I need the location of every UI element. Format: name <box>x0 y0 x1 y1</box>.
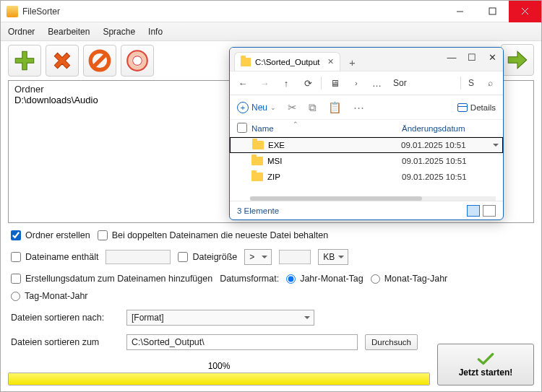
menu-info[interactable]: Info <box>148 27 163 37</box>
titlebar: FileSorter <box>1 1 541 22</box>
filesize-op-select[interactable]: > <box>244 249 272 265</box>
svg-rect-1 <box>489 8 496 14</box>
explorer-file-list[interactable]: EXE09.01.2025 10:51MSI09.01.2025 10:51ZI… <box>230 137 503 195</box>
folder-icon <box>241 58 251 66</box>
new-tab-button[interactable]: + <box>343 53 362 71</box>
copy-icon[interactable]: ⧉ <box>309 101 317 114</box>
window-title: FileSorter <box>22 6 444 17</box>
up-icon[interactable]: ↑ <box>280 77 292 89</box>
breadcrumb[interactable]: Sor <box>393 78 407 88</box>
svg-point-7 <box>133 56 142 66</box>
explorer-columns: Name⌃ Änderungsdatum <box>230 120 503 137</box>
folder-icon <box>252 141 264 149</box>
table-row[interactable]: ZIP09.01.2025 10:51 <box>230 169 503 185</box>
explorer-window[interactable]: — ☐ ✕ C:\Sorted_Output ✕ + ← → ↑ ⟳ 🖥 › …… <box>229 47 504 220</box>
file-date: 09.01.2025 10:51 <box>402 173 496 181</box>
more-icon[interactable]: ⋯ <box>353 101 364 114</box>
paste-icon[interactable]: 📋 <box>328 101 342 114</box>
column-name[interactable]: Name⌃ <box>251 124 402 133</box>
select-all-checkbox[interactable] <box>237 123 247 133</box>
sort-by-label: Dateien sortieren nach: <box>11 313 119 323</box>
new-button[interactable]: +Neu⌄ <box>237 102 276 113</box>
filesize-checkbox[interactable]: Dateigröße <box>178 252 237 262</box>
explorer-close-icon[interactable]: ✕ <box>486 52 499 63</box>
maximize-button[interactable] <box>476 1 509 22</box>
progress-bar <box>8 373 430 386</box>
sort-by-select[interactable]: [Format] <box>126 310 314 326</box>
details-toggle[interactable]: Details <box>457 103 496 112</box>
folder-icon <box>251 173 263 181</box>
app-icon <box>7 6 18 17</box>
table-row[interactable]: MSI09.01.2025 10:51 <box>230 153 503 169</box>
clear-button[interactable] <box>83 45 116 77</box>
explorer-statusbar: 3 Elemente <box>230 201 503 219</box>
explorer-toolbar: +Neu⌄ ✂ ⧉ 📋 ⋯ Details <box>230 95 503 120</box>
folder-icon <box>251 157 263 165</box>
explorer-tab[interactable]: C:\Sorted_Output ✕ <box>234 52 340 71</box>
start-button[interactable]: Jetzt starten! <box>437 344 534 386</box>
run-arrow-button[interactable] <box>501 44 534 76</box>
explorer-minimize-icon[interactable]: — <box>445 52 458 63</box>
minimize-button[interactable] <box>444 1 476 22</box>
file-name: ZIP <box>267 173 280 181</box>
file-name: EXE <box>268 141 285 149</box>
create-folder-checkbox[interactable]: Ordner erstellen <box>11 230 90 240</box>
forward-icon[interactable]: → <box>259 77 270 89</box>
file-date: 09.01.2025 10:51 <box>401 141 495 149</box>
dateformat-mdy[interactable]: Monat-Tag-Jahr <box>371 274 448 284</box>
dateformat-label: Datumsformat: <box>220 274 279 284</box>
explorer-maximize-icon[interactable]: ☐ <box>465 52 478 63</box>
back-icon[interactable]: ← <box>237 77 249 89</box>
column-date[interactable]: Änderungsdatum <box>402 124 496 133</box>
remove-button[interactable] <box>46 45 79 77</box>
pc-icon[interactable]: 🖥 <box>329 77 340 89</box>
filename-contains-input[interactable] <box>106 250 171 264</box>
file-name: MSI <box>267 157 282 165</box>
cut-icon[interactable]: ✂ <box>288 101 297 114</box>
progress-percent: 100% <box>8 361 430 371</box>
menu-language[interactable]: Sprache <box>103 27 135 37</box>
status-count: 3 Elemente <box>237 206 279 215</box>
table-row[interactable]: EXE09.01.2025 10:51 <box>230 137 503 153</box>
search-label: S <box>468 78 474 88</box>
filesize-value-input[interactable] <box>279 250 311 264</box>
view-icons-icon[interactable] <box>483 205 496 217</box>
menu-folder[interactable]: Ordner <box>8 27 35 37</box>
tab-close-icon[interactable]: ✕ <box>327 57 334 66</box>
options-panel: Ordner erstellen Bei doppelten Dateiname… <box>1 223 541 363</box>
file-date: 09.01.2025 10:51 <box>402 157 496 165</box>
add-date-checkbox[interactable]: Erstellungsdatum zum Dateinamen hinzufüg… <box>11 274 212 284</box>
filename-contains-checkbox[interactable]: Dateiname enthält <box>11 252 98 262</box>
keep-newest-checkbox[interactable]: Bei doppelten Dateinamen die neueste Dat… <box>98 230 329 240</box>
explorer-tab-title: C:\Sorted_Output <box>255 58 320 66</box>
svg-line-5 <box>94 55 106 67</box>
more-crumb-icon[interactable]: … <box>372 78 383 89</box>
close-button[interactable] <box>509 1 541 22</box>
dateformat-dmy[interactable]: Tag-Monat-Jahr <box>11 291 88 301</box>
start-button-label: Jetzt starten! <box>459 367 513 378</box>
menubar: Ordner Bearbeiten Sprache Info <box>1 22 541 41</box>
dateformat-ymd[interactable]: Jahr-Monat-Tag <box>286 274 364 284</box>
help-button[interactable] <box>121 45 154 77</box>
view-details-icon[interactable] <box>467 205 480 217</box>
explorer-navbar: ← → ↑ ⟳ 🖥 › … Sor S ⌕ <box>230 71 503 95</box>
menu-edit[interactable]: Bearbeiten <box>48 27 90 37</box>
chevron-right-icon[interactable]: › <box>350 77 362 89</box>
footer: 100% Jetzt starten! <box>8 344 534 386</box>
add-folder-button[interactable] <box>8 45 41 77</box>
filesize-unit-select[interactable]: KB <box>318 249 348 265</box>
search-icon[interactable]: ⌕ <box>484 77 496 89</box>
refresh-icon[interactable]: ⟳ <box>302 77 314 89</box>
